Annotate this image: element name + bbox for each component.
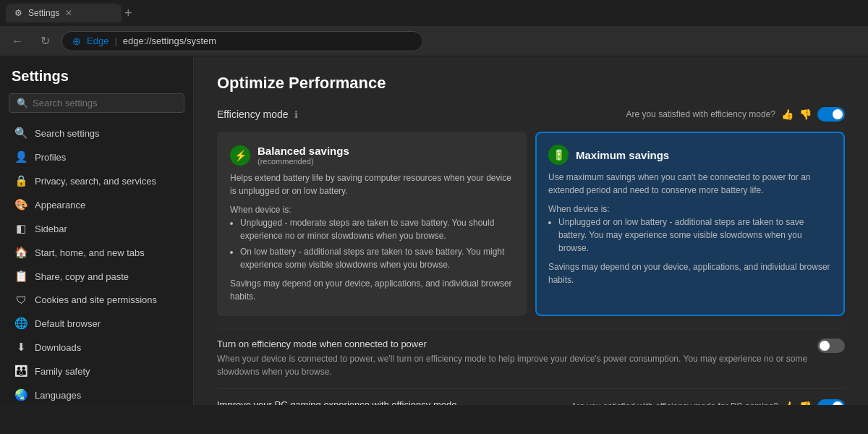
efficiency-mode-header: Efficiency mode ℹ Are you satisfied with… xyxy=(217,107,845,122)
tab-close-button[interactable]: ✕ xyxy=(65,8,72,18)
efficiency-mode-label: Efficiency mode xyxy=(217,109,289,120)
sidebar-item-label: Share, copy and paste xyxy=(35,271,129,282)
address-bar[interactable]: ⊕ Edge | edge://settings/system xyxy=(61,31,423,51)
balanced-icon: ⚡ xyxy=(230,145,250,166)
share-copy-icon: 📋 xyxy=(14,270,27,283)
search-input[interactable] xyxy=(33,98,176,109)
satisfaction-text: Are you satisfied with efficiency mode? xyxy=(626,109,775,119)
satisfaction-header: Are you satisfied with efficiency mode? … xyxy=(626,107,845,122)
main-layout: Settings 🔍 🔍 Search settings 👤 Profiles … xyxy=(0,56,868,405)
balanced-savings-card[interactable]: ⚡ Balanced savings (recommended) Helps e… xyxy=(217,132,527,316)
efficiency-mode-toggle[interactable] xyxy=(817,107,845,122)
card-title: Maximum savings xyxy=(576,149,669,161)
sidebar-item-label: Appearance xyxy=(35,200,85,210)
sidebar-item-label: Privacy, search, and services xyxy=(35,176,156,187)
info-icon[interactable]: ℹ xyxy=(294,109,298,120)
setting-info: Turn on efficiency mode when connected t… xyxy=(217,339,809,378)
new-tab-button[interactable]: + xyxy=(124,6,132,21)
sidebar-item-profiles[interactable]: 👤 Profiles xyxy=(3,145,190,169)
sidebar-item-share-copy[interactable]: 📋 Share, copy and paste xyxy=(3,265,190,288)
default-browser-icon: 🌐 xyxy=(14,317,27,330)
sidebar-item-label: Start, home, and new tabs xyxy=(35,247,145,258)
card-header: 🔋 Maximum savings xyxy=(548,145,832,165)
back-button[interactable]: ← xyxy=(6,32,29,51)
search-settings-icon: 🔍 xyxy=(14,127,27,140)
content-area: Optimize Performance Efficiency mode ℹ A… xyxy=(194,56,868,405)
sidebar-item-label: Search settings xyxy=(35,128,100,139)
sidebar-item-start-home[interactable]: 🏠 Start, home, and new tabs xyxy=(3,241,190,264)
start-home-icon: 🏠 xyxy=(14,246,27,259)
separator: | xyxy=(114,35,116,46)
efficiency-power-setting: Turn on efficiency mode when connected t… xyxy=(217,328,845,388)
sidebar-item-downloads[interactable]: ⬇ Downloads xyxy=(3,336,190,359)
setting-title: Improve your PC gaming experience with e… xyxy=(217,399,562,405)
power-toggle[interactable] xyxy=(817,339,845,353)
edge-icon: ⊕ xyxy=(72,35,81,47)
sidebar-item-family-safety[interactable]: 👪 Family safety xyxy=(3,359,190,383)
card-body: Helps extend battery life by saving comp… xyxy=(230,171,514,303)
card-subtitle: (recommended) xyxy=(258,157,349,166)
family-safety-icon: 👪 xyxy=(14,365,27,378)
savings-cards: ⚡ Balanced savings (recommended) Helps e… xyxy=(217,132,845,316)
card-title: Balanced savings xyxy=(258,145,349,157)
downloads-icon: ⬇ xyxy=(14,341,27,354)
thumbs-down-icon[interactable]: 👎 xyxy=(799,109,812,120)
sidebar-item-sidebar[interactable]: ◧ Sidebar xyxy=(3,217,190,240)
gaming-setting: Improve your PC gaming experience with e… xyxy=(217,388,845,405)
edge-label: Edge xyxy=(87,35,109,46)
sidebar-item-label: Cookies and site permissions xyxy=(35,294,157,305)
address-text: edge://settings/system xyxy=(123,35,216,46)
sidebar-item-cookies[interactable]: 🛡 Cookies and site permissions xyxy=(3,289,190,311)
thumbs-up-icon[interactable]: 👍 xyxy=(781,109,793,120)
setting-row-header: Improve your PC gaming experience with e… xyxy=(217,399,845,405)
maximum-icon: 🔋 xyxy=(548,145,569,165)
setting-row-header: Turn on efficiency mode when connected t… xyxy=(217,339,845,378)
privacy-icon: 🔒 xyxy=(14,174,27,187)
card-title-group: Balanced savings (recommended) xyxy=(258,145,349,166)
sidebar-item-label: Languages xyxy=(35,390,81,401)
profiles-icon: 👤 xyxy=(14,150,27,163)
settings-tab[interactable]: ⚙ Settings ✕ xyxy=(6,4,122,22)
search-icon: 🔍 xyxy=(17,98,28,109)
sidebar: Settings 🔍 🔍 Search settings 👤 Profiles … xyxy=(0,56,194,405)
sidebar-item-label: Family safety xyxy=(35,366,90,377)
sidebar-item-label: Default browser xyxy=(35,318,101,329)
search-box[interactable]: 🔍 xyxy=(9,93,184,113)
sidebar-item-label: Profiles xyxy=(35,152,66,163)
sidebar-item-default-browser[interactable]: 🌐 Default browser xyxy=(3,312,190,335)
gaming-satisfaction: Are you satisfied with efficiency mode f… xyxy=(571,401,812,405)
appearance-icon: 🎨 xyxy=(14,198,27,211)
sidebar-item-search-settings[interactable]: 🔍 Search settings xyxy=(3,122,190,145)
gaming-satisfaction-text: Are you satisfied with efficiency mode f… xyxy=(571,401,778,405)
setting-controls xyxy=(817,339,845,353)
sidebar-item-languages[interactable]: 🌏 Languages xyxy=(3,383,190,405)
sidebar-icon: ◧ xyxy=(14,222,27,235)
sidebar-item-appearance[interactable]: 🎨 Appearance xyxy=(3,193,190,216)
maximum-savings-card[interactable]: 🔋 Maximum savings Use maximum savings wh… xyxy=(535,132,845,316)
gaming-toggle[interactable] xyxy=(817,399,845,405)
card-body: Use maximum savings when you can't be co… xyxy=(548,171,832,286)
thumbs-down-icon[interactable]: 👎 xyxy=(799,401,812,405)
cookies-icon: 🛡 xyxy=(14,294,27,306)
setting-controls: Are you satisfied with efficiency mode f… xyxy=(571,399,845,405)
sidebar-item-label: Sidebar xyxy=(35,224,67,234)
page-title: Optimize Performance xyxy=(217,74,845,93)
tab-bar: ⚙ Settings ✕ + xyxy=(0,0,868,26)
card-header: ⚡ Balanced savings (recommended) xyxy=(230,145,514,166)
languages-icon: 🌏 xyxy=(14,388,27,401)
sidebar-item-label: Downloads xyxy=(35,342,81,353)
refresh-button[interactable]: ↻ xyxy=(35,31,56,51)
toolbar: ← ↻ ⊕ Edge | edge://settings/system xyxy=(0,26,868,56)
setting-title: Turn on efficiency mode when connected t… xyxy=(217,339,809,349)
tab-title: Settings xyxy=(28,8,59,18)
sidebar-item-privacy[interactable]: 🔒 Privacy, search, and services xyxy=(3,169,190,192)
thumbs-up-icon[interactable]: 👍 xyxy=(783,401,795,405)
sidebar-title: Settings xyxy=(0,68,193,93)
setting-desc: When your device is connected to power, … xyxy=(217,352,809,378)
tab-icon: ⚙ xyxy=(14,8,22,18)
setting-info: Improve your PC gaming experience with e… xyxy=(217,399,562,405)
card-title-group: Maximum savings xyxy=(576,149,669,161)
